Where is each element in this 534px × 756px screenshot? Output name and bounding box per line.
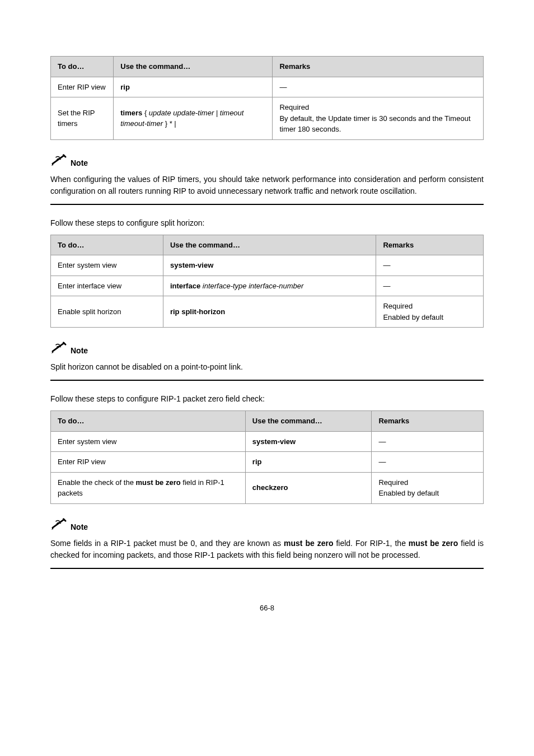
table-zero-field: To do… Use the command… Remarks Enter sy… [50, 410, 484, 504]
cell: Enter RIP view [51, 77, 114, 97]
note-block: Note When configuring the values of RIP … [50, 152, 484, 205]
table-rip-timers: To do… Use the command… Remarks Enter RI… [50, 56, 484, 140]
cell: Set the RIP timers [51, 97, 114, 140]
table-row: Enter RIP view rip — [51, 452, 484, 473]
note-text: Some fields in a RIP-1 packet must be 0,… [50, 538, 484, 561]
cell: — [273, 77, 484, 97]
cell: interface interface-type interface-numbe… [163, 276, 376, 296]
table-split-horizon: To do… Use the command… Remarks Enter sy… [50, 235, 484, 328]
cell: Enter system view [51, 431, 246, 452]
table-row: Enter system view system-view — [51, 431, 484, 452]
cell: rip [114, 77, 273, 97]
th: Remarks [376, 235, 484, 255]
cell: rip [245, 452, 372, 473]
note-text: When configuring the values of RIP timer… [50, 174, 484, 197]
cell: Required Enabled by default [372, 472, 484, 503]
cell: Required By default, the Update timer is… [273, 97, 484, 140]
cell: rip split-horizon [163, 296, 376, 328]
cell: timers { update update-timer | timeout t… [114, 97, 273, 140]
th: To do… [51, 235, 163, 255]
cell: Enter RIP view [51, 452, 246, 473]
note-icon [50, 152, 67, 170]
note-block: Note Split horizon cannot be disabled on… [50, 340, 484, 381]
th: Use the command… [114, 57, 273, 77]
th: Remarks [273, 57, 484, 77]
note-label: Note [71, 157, 88, 170]
cell: system-view [163, 255, 376, 276]
note-label: Note [71, 521, 88, 534]
th: Remarks [372, 411, 484, 432]
page-number: 66-8 [50, 603, 484, 614]
th: To do… [51, 411, 246, 432]
cell: — [372, 452, 484, 473]
lead-text: Follow these steps to configure split ho… [50, 217, 484, 229]
th: To do… [51, 57, 114, 77]
cell: Enter interface view [51, 276, 163, 296]
cell: — [376, 255, 484, 276]
th: Use the command… [245, 411, 372, 432]
table-row: Set the RIP timers timers { update updat… [51, 97, 484, 140]
cell: Enter system view [51, 255, 163, 276]
note-block: Note Some fields in a RIP-1 packet must … [50, 516, 484, 569]
cell: — [372, 431, 484, 452]
cell: Enable the check of the must be zero fie… [51, 472, 246, 503]
lead-text: Follow these steps to configure RIP-1 pa… [50, 393, 484, 405]
divider [50, 204, 484, 205]
table-row: Enter interface view interface interface… [51, 276, 484, 296]
note-icon [50, 516, 67, 534]
cell: — [376, 276, 484, 296]
table-row: Enter RIP view rip — [51, 77, 484, 97]
table-row: Enter system view system-view — [51, 255, 484, 276]
cell: system-view [245, 431, 372, 452]
table-row: Enable the check of the must be zero fie… [51, 472, 484, 503]
note-icon [50, 340, 67, 358]
note-label: Note [71, 345, 88, 358]
note-text: Split horizon cannot be disabled on a po… [50, 361, 484, 373]
cell: Required Enabled by default [376, 296, 484, 328]
divider [50, 568, 484, 569]
table-row: Enable split horizon rip split-horizon R… [51, 296, 484, 328]
divider [50, 380, 484, 381]
th: Use the command… [163, 235, 376, 255]
cell: Enable split horizon [51, 296, 163, 328]
cell: checkzero [245, 472, 372, 503]
